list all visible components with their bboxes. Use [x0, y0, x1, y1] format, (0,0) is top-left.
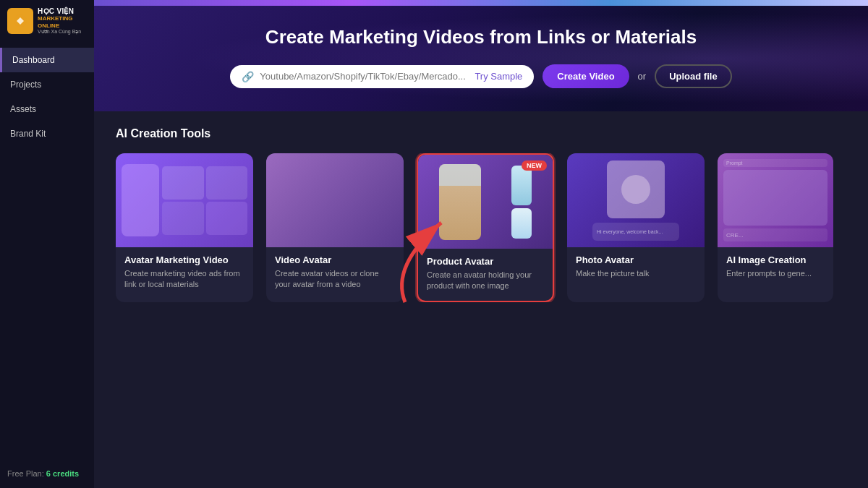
tools-grid: Avatar Marketing Video Create marketing …: [116, 153, 846, 302]
tool-card-avatar-marketing-video[interactable]: Avatar Marketing Video Create marketing …: [116, 153, 253, 302]
tools-section: AI Creation Tools: [94, 111, 868, 488]
card-desc-amv: Create marketing video ads from link or …: [124, 268, 244, 291]
card-title-pa: Product Avatar: [427, 256, 544, 267]
tool-card-product-avatar[interactable]: New Product Avatar: [417, 153, 554, 302]
link-icon: 🔗: [242, 71, 254, 82]
sidebar-item-projects[interactable]: Projects: [0, 72, 94, 97]
sidebar: HỌC VIỆN MARKETING ONLINE Vươn Xa Cùng B…: [0, 0, 94, 488]
tool-card-video-avatar[interactable]: Video Avatar Create avatar videos or clo…: [266, 153, 404, 302]
card-image-amv: [116, 153, 253, 247]
search-input[interactable]: [260, 71, 469, 82]
tools-container: Avatar Marketing Video Create marketing …: [116, 153, 846, 302]
logo-area: HỌC VIỆN MARKETING ONLINE Vươn Xa Cùng B…: [0, 0, 94, 40]
hero-search-row: 🔗 Try Sample Create Video or Upload file: [123, 64, 839, 88]
new-badge: New: [522, 160, 547, 171]
card-title-va: Video Avatar: [275, 254, 395, 265]
card-title-amv: Avatar Marketing Video: [124, 254, 244, 265]
card-body-va: Video Avatar Create avatar videos or clo…: [266, 247, 404, 299]
sidebar-item-dashboard[interactable]: Dashboard: [0, 48, 94, 72]
card-body-amv: Avatar Marketing Video Create marketing …: [116, 247, 253, 299]
card-body-photo: Photo Avatar Make the picture talk: [567, 247, 705, 288]
tool-card-photo-avatar[interactable]: Hi everyone, welcome back... Photo Avata…: [567, 153, 705, 302]
sidebar-item-brandkit[interactable]: Brand Kit: [0, 121, 94, 146]
hero-section: Create Marketing Videos from Links or Ma…: [94, 6, 868, 111]
main-content: Create Marketing Videos from Links or Ma…: [94, 0, 868, 488]
logo-text: HỌC VIỆN MARKETING ONLINE Vươn Xa Cùng B…: [38, 7, 87, 35]
logo-tagline: Vươn Xa Cùng Bạn: [38, 29, 87, 35]
card-image-pa: New: [418, 155, 553, 249]
try-sample-link[interactable]: Try Sample: [475, 71, 522, 82]
sidebar-nav: Dashboard Projects Assets Brand Kit: [0, 48, 94, 146]
tools-title: AI Creation Tools: [116, 127, 846, 140]
sidebar-item-assets[interactable]: Assets: [0, 97, 94, 121]
logo-icon: [7, 8, 33, 34]
card-desc-va: Create avatar videos or clone your avata…: [275, 268, 395, 291]
card-body-ai: AI Image Creation Enter prompts to gene.…: [718, 247, 833, 288]
card-title-photo: Photo Avatar: [576, 254, 696, 265]
card-body-pa: Product Avatar Create an avatar holding …: [418, 249, 553, 301]
card-desc-ai: Enter prompts to gene...: [726, 268, 825, 279]
or-separator: or: [638, 71, 647, 82]
card-title-ai: AI Image Creation: [726, 254, 825, 265]
logo-subtitle: MARKETING ONLINE: [38, 15, 87, 29]
top-bar-gradient: [94, 0, 868, 6]
card-image-photo: Hi everyone, welcome back...: [567, 153, 705, 247]
plan-label: Free Plan:: [7, 469, 44, 478]
logo-title: HỌC VIỆN: [38, 7, 87, 15]
credits-value: 6 credits: [46, 469, 79, 478]
card-image-ai: Prompt CRE...: [718, 153, 833, 247]
create-video-button[interactable]: Create Video: [542, 64, 629, 88]
card-desc-pa: Create an avatar holding your product wi…: [427, 270, 544, 292]
hero-title: Create Marketing Videos from Links or Ma…: [123, 26, 839, 48]
tool-card-ai-image[interactable]: Prompt CRE... AI Image Creation Enter pr…: [718, 153, 833, 302]
card-desc-photo: Make the picture talk: [576, 268, 696, 279]
upload-file-button[interactable]: Upload file: [655, 64, 731, 88]
sidebar-bottom: Free Plan: 6 credits: [7, 469, 79, 478]
search-box[interactable]: 🔗 Try Sample: [230, 65, 534, 88]
card-image-va: [266, 153, 404, 247]
